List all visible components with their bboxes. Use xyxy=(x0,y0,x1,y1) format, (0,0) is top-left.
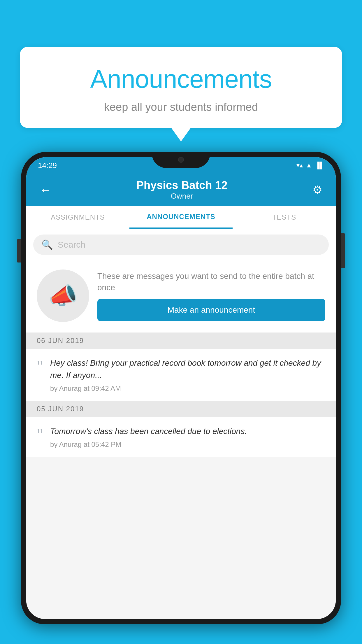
announcement-content-2: Tomorrow's class has been cancelled due … xyxy=(50,425,325,449)
make-announcement-button[interactable]: Make an announcement xyxy=(97,299,325,321)
wifi-icon: ▾▴ xyxy=(296,162,303,169)
app-bar-subtitle: Owner xyxy=(54,192,310,201)
bubble-title: Announcements xyxy=(43,64,319,94)
back-button[interactable]: ← xyxy=(37,181,54,200)
announcement-content-1: Hey class! Bring your practical record b… xyxy=(50,357,325,393)
announcement-text-1: Hey class! Bring your practical record b… xyxy=(50,357,325,382)
tab-tests[interactable]: TESTS xyxy=(233,206,336,229)
promo-card: 📣 These are messages you want to send to… xyxy=(26,260,336,332)
camera xyxy=(178,157,184,163)
search-placeholder: Search xyxy=(58,240,85,250)
status-time: 14:29 xyxy=(38,161,57,170)
speech-bubble-section: Announcements keep all your students inf… xyxy=(20,47,342,128)
status-icons: ▾▴ ▲ ▐▌ xyxy=(296,162,324,169)
notch xyxy=(152,152,210,168)
announcement-item-1[interactable]: " Hey class! Bring your practical record… xyxy=(26,349,336,401)
date-label-1: 06 JUN 2019 xyxy=(37,337,84,344)
settings-icon[interactable]: ⚙ xyxy=(310,181,325,199)
app-bar: ← Physics Batch 12 Owner ⚙ xyxy=(26,174,336,206)
promo-right: These are messages you want to send to t… xyxy=(97,270,325,321)
tab-assignments[interactable]: ASSIGNMENTS xyxy=(26,206,129,229)
tabs-bar: ASSIGNMENTS ANNOUNCEMENTS TESTS xyxy=(26,206,336,229)
phone-screen: 14:29 ▾▴ ▲ ▐▌ ← Physics Batch 12 Owner ⚙ xyxy=(26,157,336,619)
tab-announcements[interactable]: ANNOUNCEMENTS xyxy=(129,206,233,229)
battery-icon: ▐▌ xyxy=(315,162,324,169)
date-header-1: 06 JUN 2019 xyxy=(26,332,336,349)
phone-wrapper: 14:29 ▾▴ ▲ ▐▌ ← Physics Batch 12 Owner ⚙ xyxy=(21,152,341,644)
app-bar-title-group: Physics Batch 12 Owner xyxy=(54,179,310,201)
announcement-item-2[interactable]: " Tomorrow's class has been cancelled du… xyxy=(26,417,336,457)
signal-icon: ▲ xyxy=(306,162,312,169)
search-container: 🔍 Search xyxy=(26,229,336,260)
promo-icon-circle: 📣 xyxy=(37,270,89,322)
phone-outer: 14:29 ▾▴ ▲ ▐▌ ← Physics Batch 12 Owner ⚙ xyxy=(21,152,341,624)
date-header-2: 05 JUN 2019 xyxy=(26,401,336,417)
date-label-2: 05 JUN 2019 xyxy=(37,405,84,413)
quote-icon-1: " xyxy=(37,358,43,374)
bubble-subtitle: keep all your students informed xyxy=(43,101,319,113)
announcement-meta-1: by Anurag at 09:42 AM xyxy=(50,384,325,393)
megaphone-icon: 📣 xyxy=(48,282,78,309)
announcement-text-2: Tomorrow's class has been cancelled due … xyxy=(50,425,325,438)
speech-bubble-card: Announcements keep all your students inf… xyxy=(20,47,342,128)
search-icon: 🔍 xyxy=(41,239,53,250)
search-bar[interactable]: 🔍 Search xyxy=(33,235,329,255)
promo-description: These are messages you want to send to t… xyxy=(97,270,325,293)
content-area: 🔍 Search 📣 These are messages you want t… xyxy=(26,229,336,619)
quote-icon-2: " xyxy=(37,426,43,442)
announcement-meta-2: by Anurag at 05:42 PM xyxy=(50,440,325,449)
app-bar-title: Physics Batch 12 xyxy=(54,179,310,192)
